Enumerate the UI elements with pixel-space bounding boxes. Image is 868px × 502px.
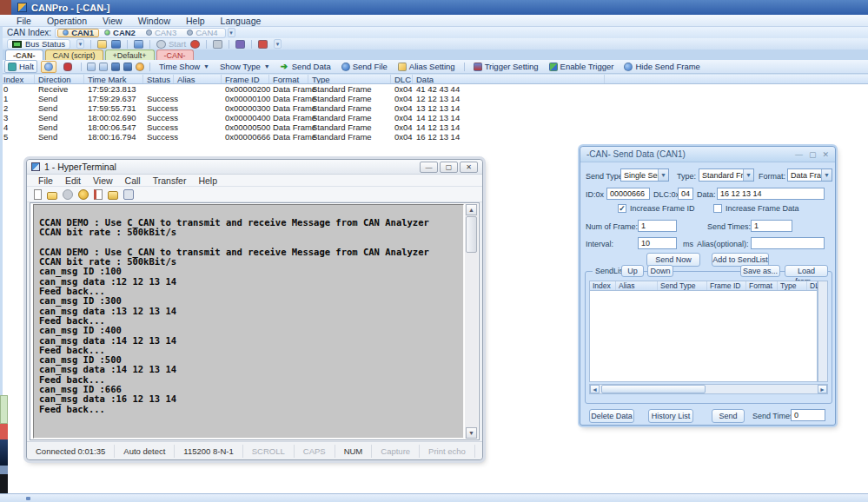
scroll-thumb[interactable] bbox=[601, 385, 706, 393]
column-header-frame-id[interactable]: Frame ID bbox=[222, 75, 269, 83]
column-header-direction[interactable]: Direction bbox=[35, 75, 84, 83]
sendlist-vertical-scrollbar[interactable] bbox=[818, 281, 828, 382]
dlc-input[interactable]: 04 bbox=[678, 188, 693, 200]
minimize-button[interactable]: — bbox=[420, 162, 438, 173]
send-type-select[interactable]: Single Send ▼ bbox=[620, 168, 669, 182]
bus-overflow-button[interactable]: ▾ bbox=[76, 39, 84, 49]
trigger-setting-button[interactable]: Trigger Setting bbox=[470, 60, 542, 73]
ht-menu-item-view[interactable]: View bbox=[87, 175, 119, 186]
enable-trigger-button[interactable]: Enable Trigger bbox=[546, 60, 618, 73]
sendlist-column-alias[interactable]: Alias bbox=[616, 281, 658, 290]
halt-button[interactable]: Halt bbox=[4, 60, 37, 73]
scroll-thumb[interactable] bbox=[466, 216, 477, 253]
menu-item-file[interactable]: File bbox=[9, 16, 39, 26]
down-button[interactable]: Down bbox=[647, 265, 673, 277]
send-file-icon[interactable] bbox=[94, 189, 103, 200]
sendlist-column-frame-id[interactable]: Frame ID bbox=[707, 281, 746, 290]
sendlist-column-type[interactable]: Type bbox=[778, 281, 807, 290]
maximize-button[interactable]: ▢ bbox=[440, 162, 458, 173]
time-show-dropdown[interactable]: Time Show ▼ bbox=[156, 60, 213, 73]
scroll-right-arrow[interactable]: ► bbox=[818, 385, 827, 393]
scroll-down-arrow[interactable]: ▼ bbox=[466, 427, 477, 439]
ht-menu-item-edit[interactable]: Edit bbox=[59, 175, 87, 186]
disconnect-phone-icon[interactable] bbox=[63, 189, 73, 200]
num-of-frame-input[interactable]: 1 bbox=[638, 220, 677, 232]
new-connection-icon[interactable] bbox=[34, 189, 42, 200]
shield-icon[interactable] bbox=[235, 40, 245, 49]
ht-menu-item-help[interactable]: Help bbox=[192, 175, 223, 186]
can-channel-can2[interactable]: CAN2 bbox=[99, 29, 141, 37]
sendlist-column-send-type[interactable]: Send Type bbox=[658, 281, 707, 290]
open-file-icon[interactable] bbox=[97, 40, 107, 49]
table-row[interactable]: 2Send17:59:55.731Success0x00000300Data F… bbox=[0, 103, 868, 113]
send-times-input[interactable]: 1 bbox=[751, 220, 792, 232]
stop-icon[interactable] bbox=[190, 40, 200, 49]
format-select[interactable]: Data Frame ▼ bbox=[787, 168, 832, 182]
settings-wrench-icon[interactable] bbox=[213, 40, 222, 49]
send-file-button[interactable]: Send File bbox=[338, 60, 391, 73]
close-button[interactable]: ✕ bbox=[822, 150, 829, 159]
device-button[interactable] bbox=[60, 61, 76, 73]
pointer-icon[interactable] bbox=[258, 40, 268, 49]
table-row[interactable]: 1Send17:59:29.637Success0x00000100Data F… bbox=[0, 94, 868, 103]
menu-item-window[interactable]: Window bbox=[130, 16, 178, 26]
terminal-screen[interactable]: CCAN DEMO : Use C_CAN to transmit and re… bbox=[33, 204, 464, 439]
send-button[interactable]: Send bbox=[712, 409, 745, 423]
id-input[interactable]: 00000666 bbox=[606, 188, 650, 200]
bottom-send-times-input[interactable]: 0 bbox=[791, 409, 825, 421]
increase-frame-id-checkbox[interactable]: ✓ Increase Frame ID bbox=[618, 204, 695, 213]
clock-icon[interactable] bbox=[136, 63, 144, 71]
table-row[interactable]: 5Send18:00:16.794Success0x00000666Data F… bbox=[0, 132, 868, 142]
send-data-button[interactable]: ➔ Send Data bbox=[277, 60, 335, 73]
tab-0[interactable]: -CAN- bbox=[5, 50, 43, 60]
can-channel-can3[interactable]: CAN3 bbox=[141, 29, 182, 37]
properties-icon[interactable] bbox=[123, 189, 134, 200]
save-all-icon[interactable] bbox=[123, 63, 132, 71]
column-header-index[interactable]: Index bbox=[0, 75, 35, 83]
history-list-button[interactable]: History List bbox=[648, 409, 693, 423]
scroll-up-arrow[interactable]: ▲ bbox=[466, 204, 477, 215]
save-as-button[interactable]: Save as... bbox=[740, 265, 780, 277]
menu-item-operation[interactable]: Operation bbox=[39, 16, 95, 26]
copy-all-icon[interactable] bbox=[99, 63, 108, 71]
column-header-dlc[interactable]: DLC bbox=[391, 75, 413, 83]
table-row[interactable]: 0Receive17:59:23.8130x00000200Data Frame… bbox=[0, 84, 868, 94]
hyperterminal-titlebar[interactable]: 1 - HyperTerminal — ▢ ✕ bbox=[27, 160, 482, 175]
tag-icon[interactable] bbox=[134, 40, 143, 49]
hide-send-frame-button[interactable]: Hide Send Frame bbox=[620, 60, 703, 73]
data-input[interactable]: 16 12 13 14 bbox=[717, 188, 825, 200]
maximize-button[interactable]: ▢ bbox=[809, 150, 817, 159]
show-type-dropdown[interactable]: Show Type ▼ bbox=[216, 60, 274, 73]
scroll-left-arrow[interactable]: ◄ bbox=[590, 385, 600, 393]
sendlist-table-body[interactable] bbox=[589, 291, 818, 382]
bus-overflow-button-2[interactable]: ▾ bbox=[274, 39, 282, 49]
bus-status-button[interactable]: Bus Status bbox=[7, 39, 70, 50]
alias-input[interactable] bbox=[751, 237, 825, 249]
alias-setting-button[interactable]: Alias Setting bbox=[394, 60, 459, 73]
taskbar-edge[interactable] bbox=[0, 493, 868, 502]
ht-menu-item-transfer[interactable]: Transfer bbox=[147, 175, 193, 186]
up-button[interactable]: Up bbox=[621, 265, 644, 277]
left-edge-sliver-navy[interactable] bbox=[0, 439, 8, 466]
send-dialog-titlebar[interactable]: -CAN- Send Data (CAN1) — ▢ ✕ bbox=[580, 147, 835, 162]
interval-input[interactable]: 10 bbox=[638, 237, 677, 249]
menu-item-help[interactable]: Help bbox=[178, 16, 213, 26]
tab-2[interactable]: +Default+ bbox=[105, 50, 155, 60]
ht-menu-item-file[interactable]: File bbox=[32, 175, 59, 186]
minimize-button[interactable]: — bbox=[795, 150, 803, 159]
column-header-format[interactable]: Format bbox=[269, 75, 308, 83]
column-header-data[interactable]: Data bbox=[413, 75, 605, 83]
clear-button[interactable] bbox=[41, 61, 56, 73]
table-row[interactable]: 3Send18:00:02.690Success0x00000400Data F… bbox=[0, 113, 868, 122]
left-edge-sliver-black[interactable] bbox=[0, 474, 8, 493]
start-icon[interactable] bbox=[156, 40, 166, 49]
load-from-button[interactable]: Load from... bbox=[785, 265, 828, 277]
tab-3[interactable]: -CAN- bbox=[156, 50, 194, 60]
save-file-icon[interactable] bbox=[111, 40, 121, 49]
sendlist-column-format[interactable]: Format bbox=[746, 281, 778, 290]
column-header-status[interactable]: Status bbox=[143, 75, 174, 83]
sendlist-horizontal-scrollbar[interactable]: ◄ ► bbox=[589, 384, 828, 394]
canpro-titlebar[interactable]: CANPro - [-CAN-] bbox=[0, 0, 868, 15]
can-channel-can1[interactable]: CAN1 bbox=[57, 29, 99, 37]
menu-item-view[interactable]: View bbox=[95, 16, 130, 26]
